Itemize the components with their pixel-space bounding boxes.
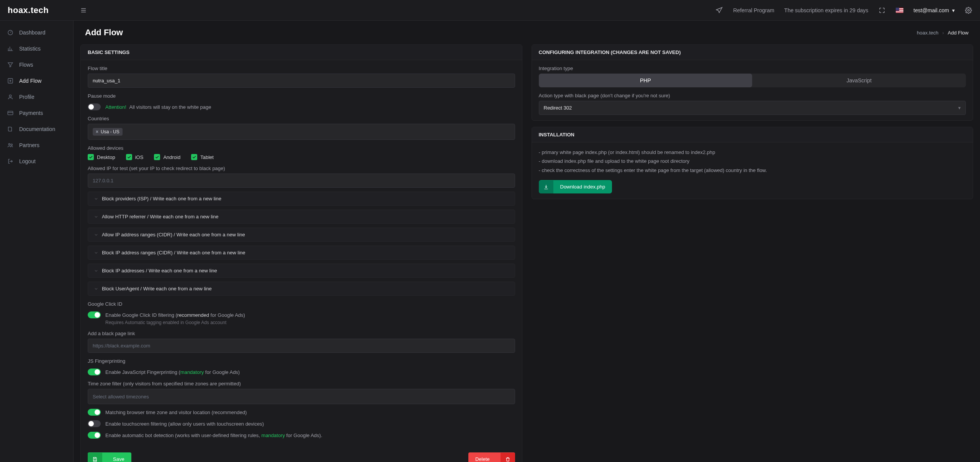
accordion-allow-referrer[interactable]: Allow HTTP referrer / Write each one fro…: [88, 210, 515, 224]
sidebar-item-payments[interactable]: Payments: [0, 105, 73, 121]
match-browser-toggle[interactable]: [88, 409, 101, 416]
chart-bar-icon: [7, 45, 14, 52]
black-link-label: Add a black page link: [88, 331, 515, 336]
allowed-devices: Desktop iOS Android: [88, 154, 515, 160]
svg-point-6: [11, 144, 12, 146]
allowed-ip-input[interactable]: [88, 174, 515, 188]
installation-steps: - primary white page index.php (or index…: [539, 148, 966, 175]
sidebar-item-label: Partners: [19, 142, 39, 148]
flow-title-input[interactable]: [88, 74, 515, 88]
gauge-icon: [7, 29, 14, 36]
action-type-label: Action type with black page (don't chang…: [539, 93, 966, 98]
svg-point-3: [9, 95, 11, 97]
checkbox-checked-icon: [154, 154, 160, 160]
menu-toggle-icon[interactable]: [80, 7, 87, 14]
accordion-block-ip-addresses[interactable]: Block IP addresses / Write each one from…: [88, 264, 515, 278]
tab-javascript[interactable]: JavaScript: [752, 74, 966, 87]
sidebar-item-partners[interactable]: Partners: [0, 137, 73, 153]
touchscreen-text: Enable touchscreen filtering (allow only…: [105, 421, 264, 427]
country-chip: × Usa - US: [93, 128, 123, 136]
checkbox-checked-icon: [126, 154, 132, 160]
page-header: Add Flow hoax.tech › Add Flow: [74, 21, 980, 40]
autobot-toggle[interactable]: [88, 432, 101, 439]
js-fp-toggle[interactable]: [88, 369, 101, 375]
sidebar-item-add-flow[interactable]: Add Flow: [0, 73, 73, 89]
action-type-select[interactable]: Redirect 302 ▾: [539, 101, 966, 115]
mandatory-link[interactable]: mandatory: [262, 433, 285, 438]
install-line: - download index.php file and upload to …: [539, 157, 966, 165]
checkbox-label: Tablet: [200, 154, 214, 160]
timezone-select[interactable]: Select allowed timezones: [88, 389, 515, 404]
sidebar-item-statistics[interactable]: Statistics: [0, 41, 73, 57]
countries-select[interactable]: × Usa - US: [88, 124, 515, 140]
svg-point-0: [968, 9, 970, 11]
sidebar-item-label: Payments: [19, 110, 43, 116]
download-index-button[interactable]: Download index.php: [539, 180, 612, 193]
save-button-label: Save: [106, 452, 131, 462]
fullscreen-icon[interactable]: [878, 7, 886, 14]
trash-icon: [501, 453, 515, 462]
touchscreen-toggle[interactable]: [88, 420, 101, 427]
chevron-down-icon: [93, 286, 99, 292]
save-button[interactable]: Save: [88, 452, 131, 462]
breadcrumb-root[interactable]: hoax.tech: [917, 30, 938, 36]
content: Add Flow hoax.tech › Add Flow BASIC SETT…: [74, 21, 980, 462]
chevron-down-icon: [93, 268, 99, 274]
page-title: Add Flow: [85, 28, 123, 38]
sidebar: Dashboard Statistics Flows Add Flow Prof…: [0, 21, 74, 462]
checkbox-label: Android: [163, 154, 180, 160]
accordion-block-useragent[interactable]: Block UserAgent / Write each one from a …: [88, 282, 515, 296]
accordion-title: Block UserAgent / Write each one from a …: [102, 286, 212, 292]
autobot-prefix: Enable automatic bot detection (works wi…: [105, 433, 262, 438]
sidebar-item-logout[interactable]: Logout: [0, 153, 73, 169]
accordion-block-isp[interactable]: Block providers (ISP) / Write each one f…: [88, 192, 515, 206]
chevron-down-icon: [93, 196, 99, 202]
accordion-title: Allow HTTP referrer / Write each one fro…: [102, 214, 218, 220]
chevron-right-icon: ›: [942, 30, 944, 36]
accordion-title: Block IP address ranges (CIDR) / Write e…: [102, 250, 245, 256]
settings-gear-icon[interactable]: [965, 7, 972, 14]
js-fp-label: JS Fingerprinting: [88, 358, 515, 364]
device-android-checkbox[interactable]: Android: [154, 154, 180, 160]
device-ios-checkbox[interactable]: iOS: [126, 154, 144, 160]
user-menu[interactable]: test@mail.com ▾: [913, 7, 955, 13]
chip-remove-icon[interactable]: ×: [96, 129, 98, 134]
black-link-input[interactable]: [88, 339, 515, 353]
telegram-icon[interactable]: [715, 7, 723, 14]
delete-button-label: Delete: [468, 452, 497, 462]
download-icon: [539, 180, 553, 193]
flag-us-icon[interactable]: [896, 8, 903, 13]
allowed-ip-label: Allowed IP for test (set your IP to chec…: [88, 165, 515, 171]
pause-mode-toggle[interactable]: [88, 103, 101, 110]
mandatory-link[interactable]: mandatory: [180, 369, 204, 375]
autobot-suffix: for Google Ads).: [285, 433, 322, 438]
tab-label: PHP: [640, 77, 651, 84]
logo[interactable]: hoax.tech: [8, 5, 49, 15]
sidebar-item-profile[interactable]: Profile: [0, 89, 73, 105]
sidebar-item-flows[interactable]: Flows: [0, 57, 73, 73]
sidebar-item-documentation[interactable]: Documentation: [0, 121, 73, 137]
chevron-down-icon: [93, 250, 99, 256]
select-value: Redirect 302: [544, 105, 572, 111]
chevron-down-icon: ▾: [958, 105, 961, 111]
match-browser-text: Matching browser time zone and visitor l…: [105, 410, 247, 415]
chip-label: Usa - US: [101, 129, 119, 134]
accordion-block-ip-cidr[interactable]: Block IP address ranges (CIDR) / Write e…: [88, 246, 515, 260]
delete-button[interactable]: Delete: [468, 452, 515, 462]
tab-php[interactable]: PHP: [539, 74, 753, 87]
js-fp-suffix: for Google Ads): [204, 369, 240, 375]
device-tablet-checkbox[interactable]: Tablet: [191, 154, 214, 160]
device-desktop-checkbox[interactable]: Desktop: [88, 154, 115, 160]
sidebar-item-dashboard[interactable]: Dashboard: [0, 25, 73, 41]
tz-filter-label: Time zone filter (only visitors from spe…: [88, 381, 515, 387]
timezone-placeholder: Select allowed timezones: [93, 394, 149, 400]
attention-label: Attention!: [105, 104, 126, 110]
accordion-allow-ip-cidr[interactable]: Allow IP address ranges (CIDR) / Write e…: [88, 228, 515, 242]
referral-program-link[interactable]: Referral Program: [733, 7, 774, 13]
gclid-text-suffix: for Google Ads): [209, 312, 245, 318]
sidebar-item-label: Statistics: [19, 46, 41, 52]
checkbox-label: iOS: [135, 154, 144, 160]
book-icon: [7, 126, 14, 133]
gclid-toggle[interactable]: [88, 311, 101, 318]
panel-header: INSTALLATION: [532, 127, 973, 143]
